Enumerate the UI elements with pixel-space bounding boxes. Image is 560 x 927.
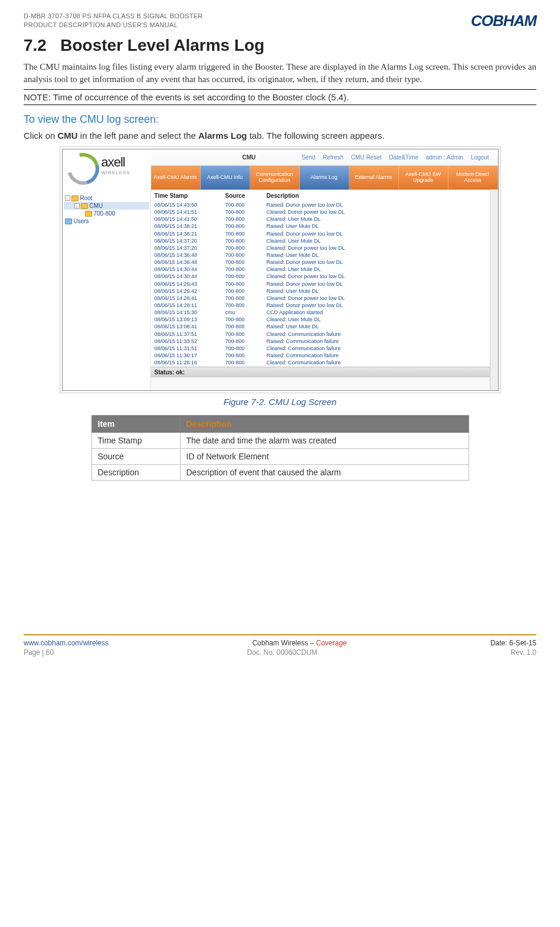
table-row: Time StampThe date and time the alarm wa…	[91, 433, 469, 449]
footer-brand: Cobham Wireless	[252, 639, 308, 647]
log-row: 08/06/15 14:30:44700-800Cleared: User Mu…	[151, 266, 490, 273]
tab-bar: Axell-CMU Alarms Axell-CMU Info Communic…	[151, 166, 498, 190]
footer-url: www.cobham.com/wireless	[24, 639, 109, 647]
tree-band[interactable]: 700-800	[64, 210, 149, 217]
axell-logo-sub: WIRELESS	[101, 170, 130, 175]
tab-axell-cmu-alarms[interactable]: Axell-CMU Alarms	[151, 166, 201, 190]
nav-tree: -Root -CMU 700-800 Users	[63, 190, 151, 390]
footer-rev: Rev. 1.0	[510, 648, 536, 657]
figure-caption: Figure 7-2. CMU Log Screen	[24, 397, 536, 407]
log-row: 08/06/15 14:15:30cmuCCD Application star…	[151, 309, 490, 316]
note-box: NOTE: Time of occurrence of the events i…	[24, 89, 536, 105]
axell-logo: axell WIRELESS	[63, 149, 151, 185]
datetime-link[interactable]: Date&Time	[389, 154, 418, 161]
th-description: Description	[180, 416, 469, 433]
scrollbar[interactable]	[490, 190, 498, 390]
log-row: 08/06/15 11:31:51700-800Cleared: Communi…	[151, 345, 490, 352]
tab-alarms-log[interactable]: Alarms Log	[300, 166, 349, 190]
log-row: 08/06/15 11:30:17700-800Raised: Communic…	[151, 352, 490, 359]
tab-external-alarms[interactable]: External Alarms	[349, 166, 399, 190]
log-row: 08/06/15 14:38:21700-800Raised: User Mut…	[151, 223, 490, 230]
folder-icon	[71, 195, 78, 201]
log-row: 08/06/15 11:22:47700-800Raised: Communic…	[151, 366, 490, 367]
tree-root[interactable]: -Root	[64, 194, 149, 202]
log-row: 08/06/15 13:08:41700-800Raised: User Mut…	[151, 323, 490, 330]
col-source: Source	[225, 192, 267, 199]
section-number: 7.2	[24, 36, 47, 54]
footer-page: Page | 60	[24, 648, 54, 657]
footer-docno: Doc. No. 00060CDUM	[247, 648, 317, 657]
instruction: Click on CMU in the left pane and select…	[24, 130, 536, 141]
log-row: 08/06/15 14:41:50700-800Cleared: User Mu…	[151, 216, 490, 223]
admin-label: admin : Admin	[426, 154, 463, 161]
tree-cmu[interactable]: -CMU	[64, 202, 149, 210]
folder-icon	[81, 203, 88, 209]
cmu-log-screenshot: axell WIRELESS CMU Send Refresh CMU Rese…	[62, 149, 499, 391]
log-row: 08/06/15 11:26:16700-800Cleared: Communi…	[151, 359, 490, 366]
table-row: DescriptionDescription of event that cau…	[91, 465, 469, 481]
collapse-icon[interactable]: -	[65, 195, 70, 201]
col-timestamp: Time Stamp	[155, 192, 225, 199]
cmu-bold: CMU	[58, 130, 78, 141]
log-row: 08/06/15 14:28:41700-800Cleared: Donor p…	[151, 295, 490, 302]
log-row: 08/06/15 14:28:11700-800Raised: Donor po…	[151, 302, 490, 309]
log-row: 08/06/15 14:41:51700-800Cleared: Donor p…	[151, 208, 490, 216]
axell-swirl-icon	[67, 153, 98, 177]
collapse-icon[interactable]: -	[74, 203, 80, 208]
table-row: SourceID of Network Element	[91, 449, 469, 465]
col-description: Description	[267, 192, 486, 199]
tab-comm-config[interactable]: Communication Configuration	[250, 166, 300, 190]
folder-icon	[85, 211, 92, 217]
log-row: 08/06/15 14:29:43700-800Raised: Donor po…	[151, 280, 490, 288]
tab-modem-direct[interactable]: Modem Direct Access	[448, 166, 498, 190]
tree-users[interactable]: Users	[64, 217, 149, 225]
topbar-title: CMU	[243, 154, 256, 161]
log-row: 08/06/15 14:29:42700-800Raised: User Mut…	[151, 288, 490, 295]
footer-date: Date: 6-Set-15	[490, 639, 536, 647]
doc-title-line2: PRODUCT DESCRIPTION AND USER'S MANUAL	[24, 21, 203, 30]
subheading: To view the CMU log screen:	[24, 113, 536, 126]
tab-sw-upgrade[interactable]: Axell-CMU SW Upgrade	[399, 166, 448, 190]
th-item: Item	[91, 416, 180, 433]
logout-link[interactable]: Logout	[471, 154, 489, 161]
log-row: 08/06/15 14:43:50700-800Raised: Donor po…	[151, 201, 490, 208]
section-title: Booster Level Alarms Log	[60, 36, 264, 54]
status-bar: Status: ok:	[151, 367, 490, 377]
log-row: 08/06/15 14:36:48700-800Raised: Donor po…	[151, 259, 490, 266]
topbar: CMU Send Refresh CMU Reset Date&Time adm…	[151, 149, 498, 166]
log-row: 08/06/15 11:33:52700-800Raised: Communic…	[151, 338, 490, 345]
send-link[interactable]: Send	[302, 154, 315, 161]
description-table: Item Description Time StampThe date and …	[91, 415, 469, 481]
log-row: 08/06/15 14:36:48700-800Raised: User Mut…	[151, 252, 490, 259]
footer-coverage: Coverage	[316, 639, 347, 647]
log-row: 08/06/15 14:38:21700-800Raised: Donor po…	[151, 230, 490, 237]
doc-title-line1: D-MBR 3707-3708 PS NFPA CLASS B SIGNAL B…	[24, 12, 203, 21]
log-row: 08/06/15 14:37:20700-800Cleared: Donor p…	[151, 244, 490, 252]
tab-axell-cmu-info[interactable]: Axell-CMU Info	[201, 166, 250, 190]
log-table: Time Stamp Source Description 08/06/15 1…	[151, 190, 490, 367]
users-icon	[65, 218, 72, 224]
log-row: 08/06/15 14:37:20700-800Cleared: User Mu…	[151, 237, 490, 244]
cobham-logo: COBHAM	[471, 12, 536, 30]
cmu-reset-link[interactable]: CMU Reset	[351, 154, 382, 161]
section-heading: 7.2 Booster Level Alarms Log	[24, 36, 536, 55]
doc-title: D-MBR 3707-3708 PS NFPA CLASS B SIGNAL B…	[24, 12, 203, 30]
axell-logo-text: axell	[101, 155, 130, 170]
refresh-link[interactable]: Refresh	[323, 154, 343, 161]
alarms-log-bold: Alarms Log	[198, 130, 247, 141]
log-row: 08/06/15 13:09:13700-800Cleared: User Mu…	[151, 316, 490, 323]
log-row: 08/06/15 14:30:44700-800Cleared: Donor p…	[151, 273, 490, 280]
log-row: 08/06/15 11:37:51700-800Cleared: Communi…	[151, 331, 490, 338]
intro-paragraph: The CMU maintains log files listing ever…	[24, 61, 536, 86]
page-footer: www.cobham.com/wireless Cobham Wireless …	[24, 634, 536, 647]
